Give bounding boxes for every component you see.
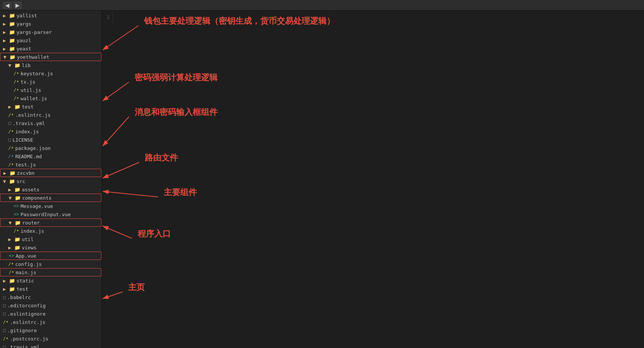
- folder-open-icon: ▼ 📁: [3, 179, 15, 184]
- tree-item-LICENSE[interactable]: □LICENSE: [0, 136, 101, 144]
- dot-icon: □: [3, 344, 6, 348]
- tree-item-router[interactable]: ▼ 📁router: [0, 218, 101, 227]
- dot-icon: □: [3, 328, 6, 333]
- tree-item-util.js[interactable]: ∕•util.js: [0, 86, 101, 94]
- tree-label: assets: [22, 187, 40, 192]
- forward-button[interactable]: ▶: [13, 2, 22, 9]
- tree-item-lib[interactable]: ▼ 📁lib: [0, 61, 101, 69]
- js-icon: ∕•: [8, 129, 14, 134]
- tree-item-.eslintrc.js2[interactable]: ∕•.eslintrc.js: [0, 318, 101, 326]
- tree-label: .eslintrc.js: [15, 112, 51, 118]
- annotation-arrow-2: [103, 117, 129, 146]
- tree-label: router: [22, 220, 40, 226]
- tree-item-wallet.js[interactable]: ∕•wallet.js: [0, 94, 101, 102]
- tree-item-.babelrc[interactable]: □.babelrc: [0, 293, 101, 301]
- tree-item-assets[interactable]: ▶ 📁assets: [0, 185, 101, 194]
- annotation-arrow-1: [103, 82, 129, 101]
- tree-label: util: [22, 237, 34, 242]
- tree-label: .postcssrc.js: [10, 336, 48, 342]
- annotation-label-6: 主页: [128, 282, 145, 292]
- tree-label: test: [17, 286, 28, 292]
- tree-label: static: [17, 278, 34, 284]
- tree-item-.travis.yml2[interactable]: □.travis.yml: [0, 343, 101, 348]
- annotation-arrow-6: [103, 292, 123, 299]
- annotation-arrow-5: [103, 226, 132, 238]
- dot-icon: □: [3, 303, 6, 308]
- folder-open-icon: ▼ 📁: [9, 220, 21, 226]
- dot-icon: □: [3, 311, 6, 316]
- annotation-arrow-0: [103, 26, 138, 50]
- tree-item-.editorconfig[interactable]: □.editorconfig: [0, 301, 101, 310]
- js-icon: ∕•: [14, 87, 19, 93]
- tree-label: test: [22, 104, 34, 110]
- tree-label: index.js: [15, 129, 39, 134]
- tree-item-yargs-parser[interactable]: ▶ 📁yargs-parser: [0, 28, 101, 36]
- tree-item-yauzl[interactable]: ▶ 📁yauzl: [0, 36, 101, 44]
- tree-item-static[interactable]: ▶ 📁static: [0, 276, 101, 285]
- tree-label: config.js: [15, 261, 41, 267]
- tree-item-test.js[interactable]: ∕•test.js: [0, 160, 101, 169]
- tree-label: Message.vue: [20, 203, 53, 209]
- tree-item-yargs[interactable]: ▶ 📁yargs: [0, 20, 101, 28]
- tree-label: lib: [22, 63, 31, 68]
- tree-item-.eslintignore[interactable]: □.eslintignore: [0, 310, 101, 318]
- tree-item-Message.vue[interactable]: <>Message.vue: [0, 202, 101, 210]
- annotation-label-4: 主要组件: [164, 188, 197, 197]
- tree-item-views[interactable]: ▶ 📁views: [0, 243, 101, 252]
- tree-item-zxcvbn[interactable]: ▶ 📁zxcvbn: [0, 169, 101, 177]
- tree-label: keystore.js: [20, 71, 53, 76]
- tree-item-router-index.js[interactable]: ∕•index.js: [0, 227, 101, 235]
- folder-icon: ▶ 📁: [3, 13, 15, 18]
- tree-item-main.js[interactable]: ∕•main.js: [0, 268, 101, 276]
- tree-label: package.json: [15, 145, 51, 151]
- tree-label: zxcvbn: [17, 170, 35, 176]
- tree-item-PasswordInput.vue[interactable]: <>PasswordInput.vue: [0, 210, 101, 218]
- tree-item-index.js[interactable]: ∕•index.js: [0, 127, 101, 136]
- back-button[interactable]: ◀: [3, 2, 12, 9]
- tree-item-src[interactable]: ▼ 📁src: [0, 177, 101, 185]
- editor-area: 1 钱包主要处理逻辑（密钥生成，货币交易处理逻辑）密码强弱计算处理逻辑消息和密码…: [102, 11, 644, 348]
- vue-icon: <>: [14, 212, 19, 217]
- tree-label: src: [17, 179, 25, 184]
- tree-item-keystore.js[interactable]: ∕•keystore.js: [0, 69, 101, 78]
- tree-item-.postcssrc.js[interactable]: ∕•.postcssrc.js: [0, 334, 101, 343]
- annotation-arrow-3: [103, 162, 139, 178]
- tree-label: components: [22, 195, 52, 201]
- file-icon: □: [8, 137, 11, 142]
- tree-item-components[interactable]: ▼ 📁components: [0, 194, 101, 202]
- tree-item-test-root[interactable]: ▶ 📁test: [0, 285, 101, 293]
- tree-item-util[interactable]: ▶ 📁util: [0, 235, 101, 243]
- json-icon: ∕•: [8, 145, 14, 151]
- tree-item-tx.js[interactable]: ∕•tx.js: [0, 78, 101, 86]
- line-1: 1: [102, 14, 110, 21]
- js-icon: ∕•: [14, 79, 19, 84]
- tree-item-test[interactable]: ▶ 📁test: [0, 102, 101, 111]
- tree-label: views: [22, 245, 37, 250]
- tree-label: test.js: [15, 162, 36, 168]
- annotation-label-0: 钱包主要处理逻辑（密钥生成，货币交易处理逻辑）: [144, 16, 335, 26]
- tree-label: yargs: [17, 21, 31, 27]
- tree-label: .gitignore: [7, 328, 37, 333]
- vue-icon: <>: [9, 253, 14, 258]
- tree-item-yoethwallet[interactable]: ▼ 📁yoethwallet: [0, 53, 101, 61]
- folder-icon: ▶ 📁: [3, 170, 15, 176]
- folder-icon: ▶ 📁: [3, 38, 15, 43]
- annotation-arrow-4: [103, 191, 158, 197]
- tree-item-.travis.yml[interactable]: □.travis.yml: [0, 119, 101, 127]
- tree-item-package.json[interactable]: ∕•package.json: [0, 144, 101, 152]
- js-icon: ∕•: [8, 261, 14, 267]
- folder-icon: ▶ 📁: [3, 29, 15, 35]
- folder-icon: ▶ 📁: [3, 278, 15, 284]
- tree-item-yeast[interactable]: ▶ 📁yeast: [0, 44, 101, 53]
- tree-label: .editorconfig: [7, 303, 46, 308]
- tree-label: yauzl: [17, 38, 31, 43]
- tree-item-README.md[interactable]: ∕•README.md: [0, 152, 101, 160]
- tree-label: App.vue: [15, 253, 36, 259]
- tree-item-yallist[interactable]: ▶ 📁yallist: [0, 11, 101, 20]
- tree-label: README.md: [15, 154, 41, 159]
- folder-icon: ▶ 📁: [3, 46, 15, 52]
- tree-item-.eslintrc.js[interactable]: ∕•.eslintrc.js: [0, 111, 101, 119]
- tree-item-.gitignore[interactable]: □.gitignore: [0, 326, 101, 334]
- tree-item-config.js[interactable]: ∕•config.js: [0, 260, 101, 268]
- tree-item-App.vue[interactable]: <>App.vue: [0, 252, 101, 260]
